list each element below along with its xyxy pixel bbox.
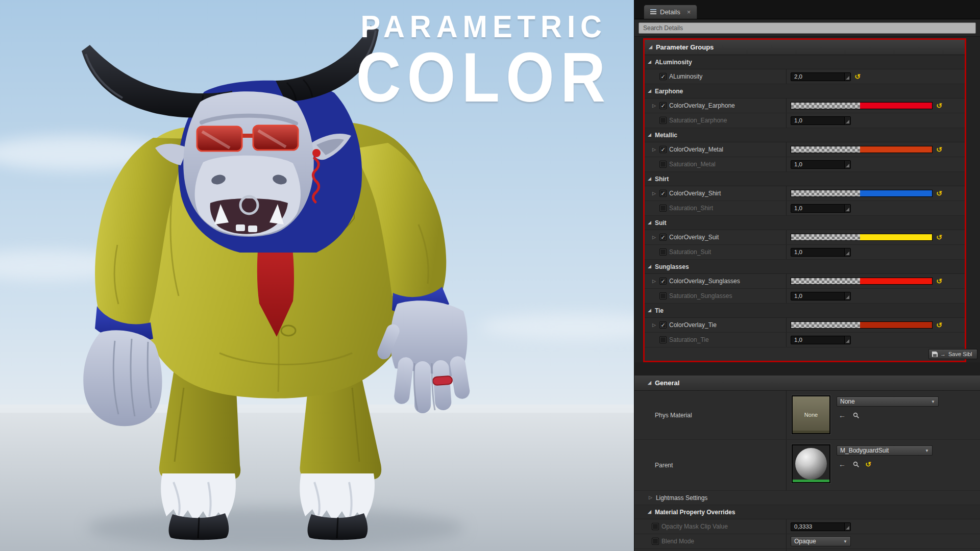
- reset-to-default-icon[interactable]: ↺: [936, 278, 942, 285]
- override-checkbox[interactable]: ✓: [659, 190, 667, 197]
- reset-to-default-icon[interactable]: ↺: [865, 461, 871, 468]
- override-checkbox[interactable]: [659, 161, 667, 168]
- parent-material-thumbnail[interactable]: [792, 444, 830, 483]
- value-slider-handle[interactable]: [844, 292, 850, 300]
- details-tab-icon: [650, 9, 656, 15]
- reset-to-default-icon[interactable]: ↺: [936, 102, 942, 109]
- override-checkbox[interactable]: [659, 292, 667, 299]
- override-checkbox[interactable]: [659, 117, 667, 124]
- parent-material-dropdown[interactable]: M_BodyguardSuit ▼: [837, 445, 933, 456]
- section-parameter-groups[interactable]: ◢ Parameter Groups: [645, 40, 965, 55]
- category-earphone[interactable]: ◢ Earphone: [645, 84, 965, 98]
- value-slider-handle[interactable]: [844, 248, 850, 256]
- screen: PARAMETRIC COLOR Details × ◢ Parameter G…: [0, 0, 980, 551]
- reset-to-default-icon[interactable]: ↺: [936, 190, 942, 197]
- override-checkbox[interactable]: ✓: [659, 278, 667, 285]
- override-checkbox[interactable]: ✓: [659, 234, 667, 241]
- reset-to-default-icon[interactable]: ↺: [854, 73, 861, 80]
- category-shirt[interactable]: ◢ Shirt: [645, 172, 965, 186]
- numeric-input[interactable]: 1,0: [791, 248, 851, 257]
- override-checkbox[interactable]: [659, 248, 667, 256]
- value-slider-handle[interactable]: [844, 161, 850, 168]
- override-checkbox[interactable]: ✓: [659, 146, 667, 153]
- viewport-3d[interactable]: PARAMETRIC COLOR: [0, 0, 634, 551]
- expanded-arrow-icon: ◢: [648, 510, 651, 514]
- alpha-checker: [791, 190, 860, 196]
- lightmass-settings-row[interactable]: ▷ Lightmass Settings: [634, 491, 980, 505]
- collapsed-arrow-icon[interactable]: ▷: [652, 147, 656, 152]
- category-tie[interactable]: ◢ Tie: [645, 304, 965, 318]
- color-picker-bar[interactable]: [791, 278, 933, 285]
- value-slider-handle[interactable]: [844, 205, 850, 212]
- category-aluminosity[interactable]: ◢ ALuminosity: [645, 55, 965, 69]
- use-selected-asset-icon[interactable]: ←: [838, 411, 847, 419]
- numeric-input[interactable]: 1,0: [791, 116, 851, 125]
- category-sunglasses[interactable]: ◢ Sunglasses: [645, 260, 965, 274]
- value-slider-handle[interactable]: [844, 117, 850, 124]
- property-row-coloroverlay-tie: ▷ ✓ ColorOverlay_Tie ↺: [645, 318, 965, 333]
- reset-to-default-icon[interactable]: ↺: [936, 321, 942, 329]
- collapsed-arrow-icon[interactable]: ▷: [652, 279, 656, 284]
- override-checkbox[interactable]: ✓: [659, 73, 667, 80]
- property-row-saturation-earphone: Saturation_Earphone 1,0: [645, 113, 965, 128]
- parameter-groups-highlight: ◢ Parameter Groups ◢ ALuminosity ✓ ALumi…: [643, 38, 966, 362]
- override-checkbox[interactable]: ✓: [659, 102, 667, 109]
- section-general[interactable]: ◢ General: [634, 375, 980, 391]
- numeric-input[interactable]: 1,0: [791, 204, 851, 213]
- override-checkbox[interactable]: [652, 538, 659, 545]
- blend-mode-dropdown[interactable]: Opaque ▼: [791, 536, 851, 546]
- color-picker-bar[interactable]: [791, 234, 933, 241]
- save-sibling-button[interactable]: → Save Sibl: [928, 349, 977, 359]
- collapsed-arrow-icon: ▷: [649, 495, 652, 500]
- section-gap: [634, 362, 980, 375]
- phys-material-dropdown[interactable]: None ▼: [837, 396, 939, 407]
- collapsed-arrow-icon[interactable]: ▷: [652, 235, 656, 240]
- color-picker-bar[interactable]: [791, 321, 933, 329]
- property-row-saturation-sunglasses: Saturation_Sunglasses 1,0: [645, 289, 965, 304]
- override-checkbox[interactable]: ✓: [659, 321, 667, 329]
- property-row-saturation-suit: Saturation_Suit 1,0: [645, 245, 965, 260]
- hero-title-line2: COLOR: [356, 45, 611, 111]
- override-checkbox[interactable]: [652, 523, 659, 530]
- browse-to-asset-icon[interactable]: [851, 460, 861, 468]
- category-metallic[interactable]: ◢ Metallic: [645, 128, 965, 142]
- value-slider-handle[interactable]: [844, 523, 850, 531]
- property-row-coloroverlay-suit: ▷ ✓ ColorOverlay_Suit ↺: [645, 230, 965, 245]
- value-slider-handle[interactable]: [844, 73, 850, 81]
- expanded-arrow-icon: ◢: [648, 60, 651, 64]
- collapsed-arrow-icon[interactable]: ▷: [652, 323, 656, 328]
- value-slider-handle[interactable]: [844, 336, 850, 344]
- tab-close-icon[interactable]: ×: [687, 8, 691, 16]
- color-swatch: [860, 278, 932, 284]
- reset-to-default-icon[interactable]: ↺: [936, 234, 942, 241]
- expanded-arrow-icon: ◢: [648, 381, 651, 385]
- numeric-input[interactable]: 2,0: [791, 72, 851, 81]
- property-row-aluminosity: ✓ ALuminosity 2,0 ↺: [645, 69, 965, 84]
- color-picker-bar[interactable]: [791, 190, 933, 197]
- collapsed-arrow-icon[interactable]: ▷: [652, 191, 656, 196]
- numeric-input[interactable]: 1,0: [791, 160, 851, 169]
- override-checkbox[interactable]: [659, 205, 667, 212]
- numeric-input[interactable]: 1,0: [791, 336, 851, 344]
- tab-label: Details: [660, 8, 680, 16]
- numeric-input[interactable]: 0,3333: [791, 522, 851, 531]
- numeric-input[interactable]: 1,0: [791, 292, 851, 300]
- tab-details[interactable]: Details ×: [644, 5, 697, 19]
- alpha-checker: [791, 278, 860, 284]
- alpha-checker: [791, 322, 860, 328]
- expanded-arrow-icon: ◢: [649, 45, 652, 49]
- color-picker-bar[interactable]: [791, 146, 933, 153]
- collapsed-arrow-icon[interactable]: ▷: [652, 104, 656, 108]
- phys-material-thumbnail[interactable]: None: [792, 395, 830, 434]
- search-input[interactable]: [639, 22, 976, 34]
- section-material-property-overrides[interactable]: ◢ Material Property Overrides: [634, 505, 980, 519]
- use-selected-asset-icon[interactable]: ←: [838, 460, 847, 468]
- property-row-opacity-mask-clip: Opacity Mask Clip Value 0,3333: [634, 519, 980, 534]
- category-suit[interactable]: ◢ Suit: [645, 216, 965, 230]
- browse-to-asset-icon[interactable]: [851, 411, 861, 419]
- reset-to-default-icon[interactable]: ↺: [936, 146, 942, 153]
- color-swatch: [860, 190, 932, 196]
- dropdown-caret-icon: ▼: [926, 399, 935, 404]
- override-checkbox[interactable]: [659, 336, 667, 343]
- color-picker-bar[interactable]: [791, 102, 933, 109]
